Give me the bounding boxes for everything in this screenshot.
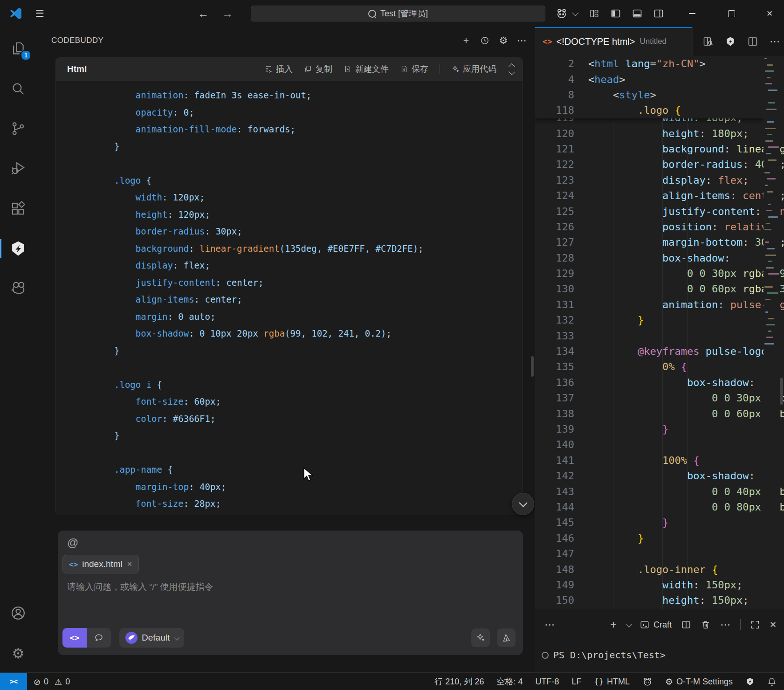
settings-gear-icon[interactable]: ⚙ xyxy=(7,642,29,664)
split-editor-icon[interactable] xyxy=(747,36,758,47)
codebuddy-status-icon[interactable] xyxy=(745,677,755,686)
send-button[interactable] xyxy=(497,628,516,647)
extensions-icon[interactable] xyxy=(7,198,29,220)
toggle-primary-sidebar-icon[interactable] xyxy=(608,0,624,27)
new-terminal-icon[interactable]: + xyxy=(610,620,617,629)
editor-more-icon[interactable]: ⋯ xyxy=(770,35,780,48)
terminal-icon xyxy=(640,620,650,630)
sticky-scroll[interactable]: 2<html lang="zh-CN">4<head>8 <style>118 … xyxy=(535,56,763,118)
panel-header: CODEBUDDY + ⚙ ⋯ xyxy=(36,27,535,54)
scroll-to-bottom-button[interactable] xyxy=(512,493,534,515)
save-button[interactable]: 保存 xyxy=(400,63,428,75)
source-control-icon[interactable] xyxy=(7,117,29,140)
code-card-body[interactable]: animation: fadeIn 3s ease-in-out; opacit… xyxy=(56,81,523,515)
codebuddy-action-icon[interactable] xyxy=(725,36,736,47)
code-line: width: 120px; xyxy=(114,189,424,206)
sidebar-scrollbar[interactable] xyxy=(531,356,534,377)
account-icon[interactable] xyxy=(7,602,29,624)
code-line: justify-content: center; xyxy=(114,274,424,291)
terminal-tab[interactable]: Craft xyxy=(640,620,672,630)
run-debug-icon[interactable] xyxy=(7,157,29,179)
code-mode-button[interactable]: <> xyxy=(62,628,87,648)
close-panel-icon[interactable]: ✕ xyxy=(770,620,777,630)
indentation[interactable]: 空格: 4 xyxy=(496,676,523,687)
chevron-down-icon[interactable] xyxy=(570,0,580,27)
history-icon[interactable] xyxy=(479,35,490,46)
codebuddy-sidebar-icon[interactable] xyxy=(7,237,29,260)
eol-selector[interactable]: LF xyxy=(571,677,581,687)
kill-terminal-icon[interactable] xyxy=(701,620,711,630)
close-button[interactable]: ✕ xyxy=(755,0,784,27)
editor-scrollbar[interactable] xyxy=(779,56,784,609)
code-line: 122 border-radius: 40px; xyxy=(535,157,784,172)
maximize-panel-icon[interactable] xyxy=(750,620,760,630)
language-mode[interactable]: {} HTML xyxy=(594,677,629,687)
terminal-dropdown-icon[interactable] xyxy=(626,621,632,627)
terminal-output[interactable]: PS D:\projects\Test> xyxy=(535,636,784,661)
customize-layout-icon[interactable] xyxy=(586,0,602,27)
panel-settings-icon[interactable]: ⚙ xyxy=(498,35,509,46)
problems-indicator[interactable]: ⊘ 0 ⚠ 0 xyxy=(34,677,70,687)
error-count: 0 xyxy=(44,677,48,687)
save-label: 保存 xyxy=(412,63,428,75)
code-line: 120 height: 180px; xyxy=(535,125,784,141)
terminal-prompt: PS D:\projects\Test> xyxy=(553,649,666,661)
minimap[interactable] xyxy=(763,56,779,609)
code-line: margin: 0 auto; xyxy=(114,308,424,325)
panel-title: CODEBUDDY xyxy=(51,36,103,45)
menu-icon[interactable]: ☰ xyxy=(35,0,44,27)
back-icon[interactable]: ← xyxy=(198,7,209,20)
collapse-icon[interactable] xyxy=(509,64,514,74)
ai-assistant-icon[interactable] xyxy=(7,276,29,299)
panel-more-icon[interactable]: ⋯ xyxy=(516,35,528,46)
chat-input-box[interactable]: @ <> index.html ✕ 请输入问题，或输入 “/” 使用便捷指令 <… xyxy=(58,531,523,655)
code-line: border-radius: 30px; xyxy=(114,223,424,240)
code-line: display: flex; xyxy=(114,257,424,274)
copy-button[interactable]: 复制 xyxy=(304,63,332,75)
forward-icon[interactable]: → xyxy=(222,7,233,20)
code-line: 149 width: 150px; xyxy=(535,577,784,593)
chip-close-icon[interactable]: ✕ xyxy=(127,560,132,568)
minimize-button[interactable] xyxy=(678,0,707,27)
search-sidebar-icon[interactable] xyxy=(7,78,29,100)
tab-modifier: Untitled xyxy=(640,37,667,46)
toggle-panel-icon[interactable] xyxy=(629,0,645,27)
apply-code-button[interactable]: 应用代码 xyxy=(451,63,496,75)
code-language-label: Html xyxy=(67,64,87,74)
chat-mode-button[interactable] xyxy=(87,628,111,648)
code-line: animation: fadeIn 3s ease-in-out; xyxy=(114,87,424,104)
model-selector[interactable]: Default xyxy=(119,628,184,648)
toggle-secondary-sidebar-icon[interactable] xyxy=(651,0,667,27)
command-center-search[interactable]: Test [管理员] xyxy=(251,6,545,21)
mascot-status-icon[interactable] xyxy=(642,676,653,687)
code-line: 150 height: 150px; xyxy=(535,593,784,608)
tab-doctype-html[interactable]: <> <!DOCTYPE html> Untitled xyxy=(535,27,693,56)
cursor-position[interactable]: 行 210, 列 26 xyxy=(434,676,484,687)
new-chat-icon[interactable]: + xyxy=(461,35,472,46)
code-line: 123 display: flex; xyxy=(535,172,784,188)
code-editor[interactable]: 119 width: 180px;120 height: 180px;121 b… xyxy=(535,56,784,609)
code-line: 130 0 0 60px rgba(139, 92, 246, 0.3); xyxy=(535,281,784,297)
settings-status-item[interactable]: ⚙ O-T-M Settings xyxy=(665,676,733,687)
mention-button[interactable]: @ xyxy=(67,536,78,549)
code-line: color: #6366F1; xyxy=(114,410,424,428)
split-terminal-icon[interactable] xyxy=(681,620,691,630)
maximize-button[interactable] xyxy=(717,0,746,27)
copy-label: 复制 xyxy=(316,63,332,75)
editor-lines: 119 width: 180px;120 height: 180px;121 b… xyxy=(535,110,784,608)
divider xyxy=(740,619,741,630)
remote-indicator[interactable]: >< xyxy=(0,673,27,690)
code-line: 137 0 0 30px rgba(99, 102, 241, 0.5), xyxy=(535,390,784,406)
new-file-button[interactable]: 新建文件 xyxy=(344,63,389,75)
codebuddy-mascot-icon[interactable] xyxy=(554,0,570,27)
open-preview-icon[interactable] xyxy=(702,36,714,47)
context-file-chip[interactable]: <> index.html ✕ xyxy=(62,555,139,573)
terminal-more-icon[interactable]: ⋯ xyxy=(720,619,731,631)
new-file-label: 新建文件 xyxy=(355,63,389,75)
panel-more-icon[interactable]: ⋯ xyxy=(544,619,555,631)
explorer-icon[interactable]: 1 xyxy=(7,37,29,60)
notifications-bell-icon[interactable] xyxy=(767,677,777,686)
insert-button[interactable]: 插入 xyxy=(264,63,293,75)
enhance-prompt-button[interactable] xyxy=(471,628,490,647)
encoding[interactable]: UTF-8 xyxy=(535,677,559,687)
